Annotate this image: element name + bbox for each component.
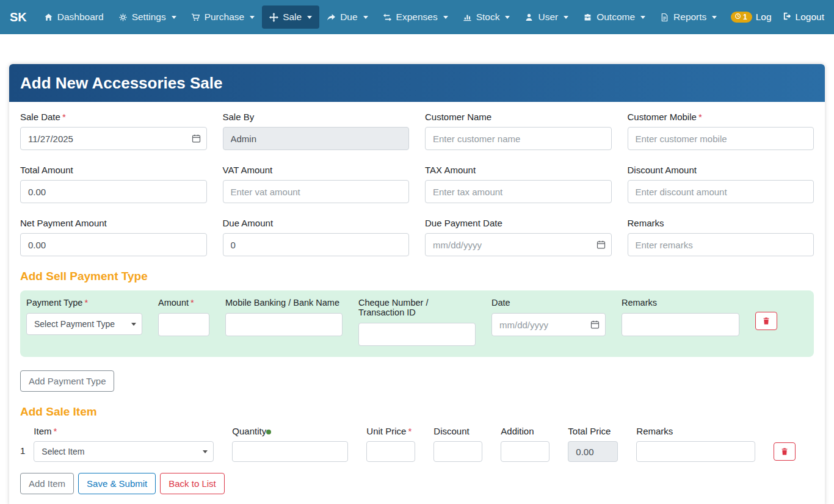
payment-amount-field: Amount* — [158, 298, 209, 336]
sale-date-field: Sale Date* — [20, 112, 207, 150]
nav-item-reports[interactable]: Reports — [653, 5, 724, 29]
exchange-icon — [383, 13, 392, 22]
customer-mobile-input[interactable] — [628, 127, 814, 150]
calendar-icon[interactable] — [192, 134, 201, 143]
save-submit-button[interactable]: Save & Submit — [78, 473, 156, 494]
trash-icon — [780, 448, 789, 458]
item-discount-input[interactable] — [433, 441, 482, 462]
nav-item-user[interactable]: User — [517, 5, 576, 29]
brand-logo[interactable]: SK — [10, 10, 27, 24]
required-asterisk: * — [54, 426, 57, 436]
required-asterisk: * — [190, 298, 194, 308]
item-remarks-field: Remarks — [636, 426, 755, 462]
nav-item-outcome[interactable]: Outcome — [576, 5, 653, 29]
logout-link[interactable]: Logout — [783, 12, 824, 23]
payment-remarks-field: Remarks — [622, 298, 739, 336]
nav-item-dashboard[interactable]: Dashboard — [37, 5, 111, 29]
calendar-icon[interactable] — [590, 320, 600, 329]
due-payment-date-field: Due Payment Date — [425, 218, 612, 256]
delete-item-row-button[interactable] — [774, 442, 796, 461]
log-link[interactable]: 1 Log — [731, 12, 772, 23]
delete-payment-row-button[interactable] — [755, 312, 777, 330]
item-remarks-input[interactable] — [636, 441, 755, 462]
payment-type-select[interactable]: Select Payment Type — [26, 313, 142, 335]
total-price-field: Total Price — [568, 426, 618, 462]
sale-date-label: Sale Date* — [20, 112, 207, 122]
quantity-input[interactable] — [232, 441, 348, 462]
item-addition-input[interactable] — [501, 441, 549, 462]
chevron-down-icon — [640, 16, 645, 19]
sale-date-input[interactable] — [20, 127, 207, 150]
cart-icon — [191, 13, 200, 22]
item-select[interactable]: Select Item — [34, 441, 214, 462]
bank-name-label: Mobile Banking / Bank Name — [225, 298, 343, 308]
nav-item-purchase[interactable]: Purchase — [184, 5, 262, 29]
navbar-right: 1 Log Logout — [731, 12, 824, 23]
item-row-number: 1 — [20, 445, 25, 462]
discount-amount-input[interactable] — [628, 180, 814, 203]
net-payment-amount-label: Net Payment Amount — [20, 218, 207, 228]
nav-item-sale[interactable]: Sale — [262, 5, 319, 29]
report-file-icon — [660, 13, 669, 22]
nav-label: Settings — [132, 12, 166, 23]
remarks-label: Remarks — [628, 218, 814, 228]
sale-form-grid: Sale Date* Sale By Customer Name Custome… — [20, 112, 814, 256]
customer-name-label: Customer Name — [425, 112, 612, 122]
payment-remarks-input[interactable] — [622, 313, 739, 336]
trash-icon — [762, 318, 771, 327]
nav-label: Outcome — [596, 12, 635, 23]
customer-name-field: Customer Name — [425, 112, 612, 150]
nav-item-expenses[interactable]: Expenses — [375, 5, 455, 29]
payment-amount-input[interactable] — [158, 313, 209, 336]
nav-label: Expenses — [396, 12, 438, 23]
unit-price-label: Unit Price* — [366, 426, 415, 436]
total-amount-field: Total Amount — [20, 165, 207, 203]
unit-price-input[interactable] — [366, 441, 415, 462]
bank-name-input[interactable] — [225, 313, 343, 336]
due-amount-label: Due Amount — [223, 218, 410, 228]
net-payment-amount-input[interactable] — [20, 233, 207, 256]
item-discount-field: Discount — [433, 426, 482, 462]
item-field: Item* Select Item — [34, 426, 214, 462]
nav-item-due[interactable]: Due — [319, 5, 375, 29]
logout-label: Logout — [796, 12, 824, 23]
home-icon — [44, 13, 53, 22]
due-amount-field: Due Amount — [223, 218, 410, 256]
add-item-button[interactable]: Add Item — [20, 473, 74, 494]
chevron-down-icon — [443, 16, 448, 19]
required-asterisk: * — [84, 298, 88, 308]
required-asterisk: * — [408, 426, 412, 436]
add-payment-type-button[interactable]: Add Payment Type — [20, 370, 114, 392]
stock-indicator-dot — [266, 430, 271, 434]
tax-amount-field: TAX Amount — [425, 165, 612, 203]
payment-type-label: Payment Type* — [26, 298, 142, 308]
bar-chart-icon — [463, 13, 472, 22]
vat-amount-input[interactable] — [223, 180, 410, 203]
payment-date-input[interactable] — [491, 313, 606, 336]
due-amount-input[interactable] — [223, 233, 410, 256]
nav-label: Purchase — [205, 12, 244, 23]
top-navbar: SK Dashboard Settings Purchase Sale Due — [0, 0, 834, 34]
nav-label: User — [538, 12, 558, 23]
cheque-number-input[interactable] — [358, 323, 476, 346]
total-amount-input[interactable] — [20, 180, 207, 203]
nav-item-settings[interactable]: Settings — [111, 5, 184, 29]
nav-label: Dashboard — [57, 12, 104, 23]
customer-name-input[interactable] — [425, 127, 612, 150]
due-payment-date-input[interactable] — [425, 233, 612, 256]
calendar-icon[interactable] — [596, 240, 606, 250]
chevron-down-icon — [172, 16, 176, 19]
tax-amount-input[interactable] — [425, 180, 612, 203]
clock-icon — [734, 13, 741, 21]
chevron-down-icon — [505, 16, 510, 19]
back-to-list-button[interactable]: Back to List — [160, 473, 225, 494]
payment-date-label: Date — [491, 298, 606, 308]
payment-remarks-label: Remarks — [622, 298, 739, 308]
add-sale-card: Add New Accessories Sale Sale Date* Sale… — [9, 64, 825, 504]
nav-item-stock[interactable]: Stock — [455, 5, 518, 29]
quantity-field: Quantity — [232, 426, 348, 462]
payment-date-field: Date — [491, 298, 606, 336]
remarks-input[interactable] — [628, 233, 814, 256]
page-title: Add New Accessories Sale — [20, 74, 222, 93]
discount-amount-label: Discount Amount — [628, 165, 814, 175]
